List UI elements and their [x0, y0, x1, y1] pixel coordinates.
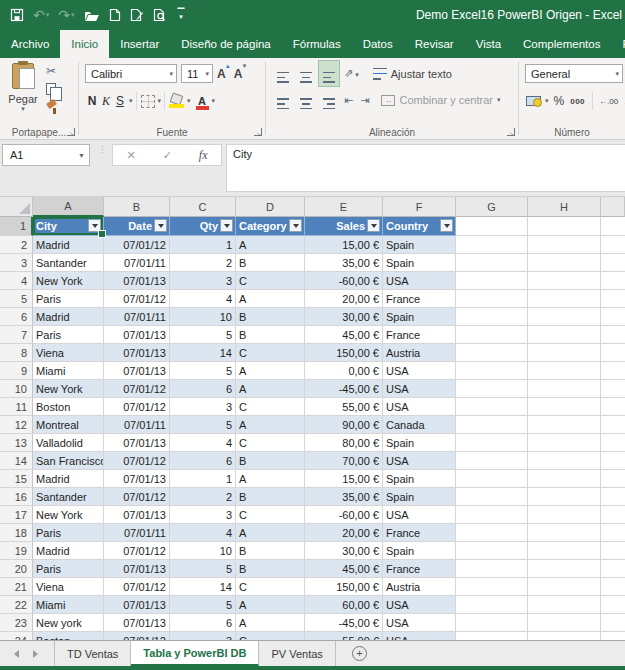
cell[interactable]	[456, 416, 528, 434]
row-header-17[interactable]: 17	[0, 506, 33, 524]
cell[interactable]	[456, 236, 528, 254]
sheet-nav-left-icon[interactable]	[14, 650, 19, 658]
cell[interactable]: Madrid	[33, 236, 104, 254]
cell[interactable]	[528, 632, 601, 640]
cell[interactable]: Spain	[383, 254, 456, 272]
cell[interactable]: 5	[170, 596, 236, 614]
cell[interactable]	[528, 470, 601, 488]
cell[interactable]: 1	[170, 470, 236, 488]
cell[interactable]: 6	[170, 452, 236, 470]
column-header-B[interactable]: B	[104, 197, 170, 217]
cell[interactable]	[601, 452, 625, 470]
cell[interactable]: USA	[383, 380, 456, 398]
cell[interactable]	[528, 308, 601, 326]
cell[interactable]: 15,00 €	[305, 470, 383, 488]
cell[interactable]	[601, 254, 625, 272]
ribbon-tab-datos[interactable]: Datos	[352, 30, 404, 58]
customize-qat-icon[interactable]: ▔▾	[178, 11, 185, 19]
cell[interactable]: USA	[383, 398, 456, 416]
cell[interactable]: Santander	[33, 254, 104, 272]
cell[interactable]	[601, 524, 625, 542]
cell[interactable]: Austria	[383, 578, 456, 596]
cell[interactable]	[601, 542, 625, 560]
format-painter-button[interactable]	[46, 99, 62, 115]
cell[interactable]: Canada	[383, 416, 456, 434]
cell[interactable]: USA	[383, 614, 456, 632]
cell[interactable]: 5	[170, 362, 236, 380]
cell[interactable]: 07/01/13	[104, 362, 170, 380]
cell[interactable]	[528, 542, 601, 560]
cell[interactable]	[601, 434, 625, 452]
cell[interactable]	[528, 614, 601, 632]
ribbon-tab-revisar[interactable]: Revisar	[404, 30, 465, 58]
cell[interactable]: 0,00 €	[305, 362, 383, 380]
filter-button-qty[interactable]	[220, 219, 233, 232]
cell[interactable]: 14	[170, 578, 236, 596]
cell[interactable]: Spain	[383, 488, 456, 506]
borders-button[interactable]	[140, 94, 156, 109]
cell[interactable]: 20,00 €	[305, 290, 383, 308]
cell[interactable]	[601, 506, 625, 524]
cell[interactable]	[528, 217, 601, 236]
number-format-combo[interactable]: General▾	[525, 64, 623, 83]
cell[interactable]	[528, 380, 601, 398]
cell[interactable]: USA	[383, 632, 456, 640]
cell[interactable]: 35,00 €	[305, 254, 383, 272]
cell[interactable]: Miami	[33, 362, 104, 380]
cell[interactable]: Paris	[33, 560, 104, 578]
insert-function-icon[interactable]: fx	[199, 148, 208, 163]
wrap-text-button[interactable]: Ajustar texto	[369, 66, 456, 82]
add-sheet-button[interactable]: +	[352, 641, 367, 666]
cell[interactable]: C	[236, 434, 305, 452]
sheet-tab-td-ventas[interactable]: TD Ventas	[54, 641, 131, 666]
ribbon-tab-diseño-de-página[interactable]: Diseño de página	[170, 30, 282, 58]
filter-button-date[interactable]	[154, 219, 167, 232]
cell[interactable]	[456, 254, 528, 272]
cell[interactable]: New york	[33, 614, 104, 632]
cell[interactable]: San Francisco	[33, 452, 104, 470]
cell[interactable]	[601, 217, 625, 236]
paste-dropdown-arrow[interactable]: ▾	[21, 105, 25, 113]
cell[interactable]: 6	[170, 614, 236, 632]
cell[interactable]: 80,00 €	[305, 434, 383, 452]
row-header-7[interactable]: 7	[0, 326, 33, 344]
cell[interactable]: 3	[170, 398, 236, 416]
cell[interactable]	[456, 632, 528, 640]
cell[interactable]: A	[236, 290, 305, 308]
cell[interactable]: 150,00 €	[305, 344, 383, 362]
ribbon-tab-inicio[interactable]: Inicio	[60, 30, 109, 58]
cell[interactable]: Madrid	[33, 308, 104, 326]
name-box[interactable]: A1 ▼	[2, 144, 90, 166]
cell[interactable]: 3	[170, 632, 236, 640]
cell[interactable]	[528, 596, 601, 614]
bold-button[interactable]: N	[85, 93, 99, 109]
cell[interactable]	[601, 236, 625, 254]
copy-button[interactable]: ▾	[46, 81, 62, 97]
cell[interactable]	[601, 344, 625, 362]
cell[interactable]	[456, 362, 528, 380]
row-header-9[interactable]: 9	[0, 362, 33, 380]
decrease-indent-icon[interactable]: ⇤	[341, 91, 356, 110]
row-header-11[interactable]: 11	[0, 398, 33, 416]
cell[interactable]: 07/01/12	[104, 290, 170, 308]
cell[interactable]	[601, 470, 625, 488]
cell[interactable]: 07/01/13	[104, 560, 170, 578]
cell[interactable]: 55,00 €	[305, 632, 383, 640]
cell[interactable]: 10	[170, 542, 236, 560]
cell[interactable]: Viena	[33, 578, 104, 596]
cell[interactable]: -60,00 €	[305, 272, 383, 290]
font-name-combo[interactable]: Calibri▾	[85, 64, 177, 83]
cell[interactable]: Spain	[383, 434, 456, 452]
cell[interactable]: C	[236, 632, 305, 640]
cell[interactable]: France	[383, 560, 456, 578]
underline-button[interactable]: S	[113, 93, 127, 109]
cell[interactable]: 150,00 €	[305, 578, 383, 596]
borders-dropdown-arrow[interactable]: ▾	[158, 97, 162, 105]
percent-style-button[interactable]: %	[553, 93, 566, 109]
comma-style-button[interactable]: 000	[569, 96, 586, 107]
save-as-icon[interactable]	[130, 8, 144, 22]
filter-button-city[interactable]	[88, 219, 101, 232]
cell[interactable]: 07/01/13	[104, 344, 170, 362]
cell[interactable]: Country	[383, 217, 456, 236]
align-center-button[interactable]	[295, 87, 317, 114]
